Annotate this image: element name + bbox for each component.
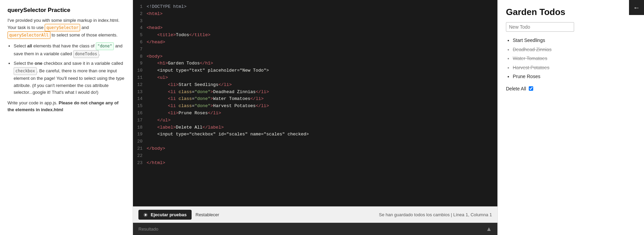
line-number: 6	[133, 39, 147, 46]
line-content: <input type="text" placeholder="New Todo…	[147, 67, 497, 74]
line-content: <input type="checkbox" id="scales" name=…	[147, 131, 497, 138]
code-line: 18 <label>Delete All</label>	[133, 124, 497, 131]
line-content: <li>Prune Roses</li>	[147, 110, 497, 117]
line-content: <title>Todos</title>	[147, 32, 497, 39]
warning-text: Write your code in app.js. Please do not…	[8, 100, 125, 113]
back-button[interactable]: ←	[629, 0, 644, 15]
line-content	[147, 46, 497, 53]
status-separator: |	[451, 212, 453, 217]
code-line: 1<!DOCTYPE html>	[133, 3, 497, 11]
status-text: Se han guardado todos los cambios | Líne…	[379, 212, 492, 217]
line-content: <li class="done">Harvest Potatoes</li>	[147, 103, 497, 110]
line-content: </head>	[147, 39, 497, 46]
code-line: 16 <li>Prune Roses</li>	[133, 110, 497, 117]
todos-list: Start SeedlingsDeadhead ZinniasWater Tom…	[513, 36, 636, 81]
new-todo-input[interactable]	[506, 22, 574, 32]
back-icon: ←	[633, 4, 640, 12]
instructions-list: Select all elements that have the class …	[14, 42, 125, 97]
line-number: 17	[133, 117, 147, 124]
code-line: 7	[133, 46, 497, 53]
line-content: <h1>Garden Todos</h1>	[147, 60, 497, 67]
line-number: 22	[133, 152, 147, 160]
line-number: 11	[133, 74, 147, 82]
line-number: 14	[133, 96, 147, 103]
checkbox-badge: checkbox	[14, 67, 37, 75]
line-number: 9	[133, 60, 147, 67]
cursor-position: Línea 1, Columna 1	[453, 212, 492, 217]
line-content	[147, 138, 497, 145]
line-number: 8	[133, 53, 147, 60]
line-content: <li class="done">Water Tomatoes</li>	[147, 96, 497, 103]
todo-item: Prune Roses	[513, 72, 636, 81]
doneTodos-badge: doneTodos	[73, 50, 99, 58]
instruction-item-1: Select all elements that have the class …	[14, 42, 125, 58]
code-line: 17 </ul>	[133, 117, 497, 124]
preview-title: Garden Todos	[506, 7, 636, 17]
line-number: 1	[133, 3, 147, 11]
querySelector-badge: querySelector	[45, 24, 80, 31]
line-number: 10	[133, 67, 147, 74]
done-badge: "done"	[96, 42, 114, 50]
and-text: and	[80, 25, 89, 30]
line-number: 12	[133, 82, 147, 89]
reset-button[interactable]: Restablecer	[196, 212, 219, 217]
code-line: 9 <h1>Garden Todos</h1>	[133, 60, 497, 67]
result-label: Resultado	[138, 226, 159, 232]
preview-panel: ← Garden Todos Start SeedlingsDeadhead Z…	[497, 0, 644, 235]
line-number: 2	[133, 11, 147, 18]
todo-item: Start Seedlings	[513, 36, 636, 45]
instructions-panel: querySelector Practice I've provided you…	[0, 0, 133, 235]
run-button-label: Ejecutar pruebas	[151, 212, 187, 217]
querySelectorAll-badge: querySelectorAll	[8, 31, 50, 39]
run-tests-button[interactable]: Ejecutar pruebas	[138, 210, 192, 220]
line-content: <html>	[147, 11, 497, 18]
code-line: 22	[133, 152, 497, 160]
line-number: 3	[133, 18, 147, 25]
line-content: <li class="done">Deadhead Zinnias</li>	[147, 89, 497, 96]
code-line: 11 <ul>	[133, 74, 497, 82]
code-line: 12 <li>Start Seedlings</li>	[133, 82, 497, 89]
code-line: 14 <li class="done">Water Tomatoes</li>	[133, 96, 497, 103]
code-editor-panel: 1<!DOCTYPE html>2<html>3 4<head>5 <title…	[133, 0, 497, 235]
code-line: 3	[133, 18, 497, 25]
line-content: <ul>	[147, 74, 497, 82]
code-line: 2<html>	[133, 11, 497, 18]
line-number: 18	[133, 124, 147, 131]
code-line: 8<body>	[133, 53, 497, 60]
line-content: <label>Delete All</label>	[147, 124, 497, 131]
intro-paragraph: I've provided you with some simple marku…	[8, 17, 125, 39]
code-line: 6</head>	[133, 39, 497, 46]
todo-item: Harvest Potatoes	[513, 63, 636, 72]
line-content	[147, 152, 497, 160]
line-content: <!DOCTYPE html>	[147, 3, 497, 11]
code-editor[interactable]: 1<!DOCTYPE html>2<html>3 4<head>5 <title…	[133, 0, 497, 206]
play-icon	[143, 212, 148, 217]
result-bar: Resultado ▲	[133, 223, 497, 235]
code-line: 4<head>	[133, 25, 497, 32]
line-content	[147, 18, 497, 25]
delete-all-label: Delete All	[506, 86, 526, 91]
line-number: 15	[133, 103, 147, 110]
code-line: 19 <input type="checkbox" id="scales" na…	[133, 131, 497, 138]
todo-item: Deadhead Zinnias	[513, 45, 636, 54]
line-number: 23	[133, 160, 147, 167]
code-line: 13 <li class="done">Deadhead Zinnias</li…	[133, 89, 497, 96]
scroll-up-button[interactable]: ▲	[486, 225, 492, 233]
line-content: <body>	[147, 53, 497, 60]
code-line: 23</html>	[133, 160, 497, 167]
line-content: </html>	[147, 160, 497, 167]
page-title: querySelector Practice	[8, 7, 125, 14]
code-line: 15 <li class="done">Harvest Potatoes</li…	[133, 103, 497, 110]
code-line: 10 <input type="text" placeholder="New T…	[133, 67, 497, 74]
line-content: </body>	[147, 145, 497, 152]
line-number: 19	[133, 131, 147, 138]
line-number: 13	[133, 89, 147, 96]
code-line: 21</body>	[133, 145, 497, 152]
to-select-text: to select some of those elements.	[50, 32, 118, 38]
delete-all-checkbox[interactable]	[529, 86, 533, 91]
delete-all-row: Delete All	[506, 86, 636, 91]
editor-bottom-bar: Ejecutar pruebas Restablecer Se han guar…	[133, 206, 497, 223]
line-number: 21	[133, 145, 147, 152]
todo-item: Water Tomatoes	[513, 54, 636, 63]
line-number: 16	[133, 110, 147, 117]
